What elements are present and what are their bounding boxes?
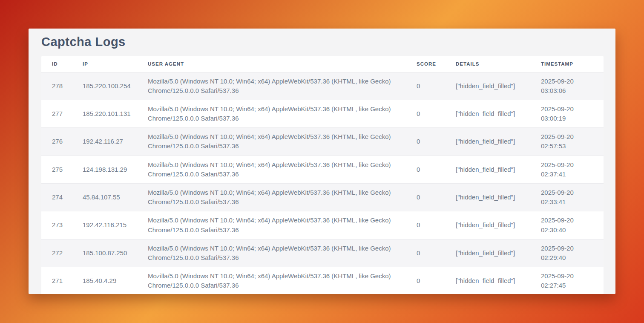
cell-score: 0 bbox=[406, 72, 445, 100]
cell-details: ["hidden_field_filled"] bbox=[445, 128, 530, 156]
cell-timestamp: 2025-09-20 03:00:19 bbox=[530, 100, 604, 127]
cell-score: 0 bbox=[406, 100, 445, 127]
cell-score: 0 bbox=[406, 211, 445, 239]
cell-user-agent: Mozilla/5.0 (Windows NT 10.0; Win64; x64… bbox=[137, 156, 406, 183]
cell-timestamp: 2025-09-20 02:37:41 bbox=[530, 156, 604, 183]
cell-details: ["hidden_field_filled"] bbox=[445, 267, 530, 294]
cell-user-agent: Mozilla/5.0 (Windows NT 10.0; Win64; x64… bbox=[137, 72, 406, 100]
card-header: Captcha Logs bbox=[29, 29, 615, 55]
table-row: 275 124.198.131.29 Mozilla/5.0 (Windows … bbox=[41, 156, 604, 183]
cell-details: ["hidden_field_filled"] bbox=[445, 156, 530, 183]
cell-ip: 124.198.131.29 bbox=[72, 156, 137, 183]
page-background: { "page": { "title": "Captcha Logs" }, "… bbox=[0, 0, 644, 323]
cell-details: ["hidden_field_filled"] bbox=[445, 184, 530, 211]
cell-ip: 45.84.107.55 bbox=[72, 184, 137, 211]
cell-id: 273 bbox=[41, 211, 72, 239]
column-header-id: ID bbox=[41, 56, 72, 72]
cell-score: 0 bbox=[406, 156, 445, 183]
table-row: 271 185.40.4.29 Mozilla/5.0 (Windows NT … bbox=[41, 267, 604, 294]
logs-table-panel[interactable]: ID IP USER AGENT SCORE DETAILS TIMESTAMP… bbox=[41, 56, 604, 294]
table-row: 276 192.42.116.27 Mozilla/5.0 (Windows N… bbox=[41, 128, 604, 156]
cell-user-agent: Mozilla/5.0 (Windows NT 10.0; Win64; x64… bbox=[137, 100, 406, 127]
table-row: 278 185.220.100.254 Mozilla/5.0 (Windows… bbox=[41, 72, 604, 100]
cell-timestamp: 2025-09-20 02:33:41 bbox=[530, 184, 604, 211]
cell-id: 275 bbox=[41, 156, 72, 183]
cell-id: 272 bbox=[41, 239, 72, 267]
cell-id: 274 bbox=[41, 184, 72, 211]
column-header-ip: IP bbox=[72, 56, 137, 72]
table-header: ID IP USER AGENT SCORE DETAILS TIMESTAMP bbox=[41, 56, 604, 72]
column-header-timestamp: TIMESTAMP bbox=[530, 56, 604, 72]
table-row: 274 45.84.107.55 Mozilla/5.0 (Windows NT… bbox=[41, 184, 604, 211]
cell-id: 277 bbox=[41, 100, 72, 127]
cell-user-agent: Mozilla/5.0 (Windows NT 10.0; Win64; x64… bbox=[137, 211, 406, 239]
cell-ip: 185.100.87.250 bbox=[72, 239, 137, 267]
cell-user-agent: Mozilla/5.0 (Windows NT 10.0; Win64; x64… bbox=[137, 267, 406, 294]
cell-timestamp: 2025-09-20 03:03:06 bbox=[530, 72, 604, 100]
table-body: 278 185.220.100.254 Mozilla/5.0 (Windows… bbox=[41, 72, 604, 294]
cell-details: ["hidden_field_filled"] bbox=[445, 72, 530, 100]
cell-user-agent: Mozilla/5.0 (Windows NT 10.0; Win64; x64… bbox=[137, 239, 406, 267]
cell-details: ["hidden_field_filled"] bbox=[445, 239, 530, 267]
captcha-logs-table: ID IP USER AGENT SCORE DETAILS TIMESTAMP… bbox=[41, 56, 604, 294]
column-header-user-agent: USER AGENT bbox=[137, 56, 406, 72]
cell-score: 0 bbox=[406, 239, 445, 267]
cell-details: ["hidden_field_filled"] bbox=[445, 211, 530, 239]
cell-id: 276 bbox=[41, 128, 72, 156]
cell-id: 271 bbox=[41, 267, 72, 294]
cell-user-agent: Mozilla/5.0 (Windows NT 10.0; Win64; x64… bbox=[137, 128, 406, 156]
cell-timestamp: 2025-09-20 02:57:53 bbox=[530, 128, 604, 156]
cell-ip: 185.220.101.131 bbox=[72, 100, 137, 127]
table-row: 277 185.220.101.131 Mozilla/5.0 (Windows… bbox=[41, 100, 604, 127]
cell-ip: 192.42.116.215 bbox=[72, 211, 137, 239]
cell-details: ["hidden_field_filled"] bbox=[445, 100, 530, 127]
cell-ip: 185.40.4.29 bbox=[72, 267, 137, 294]
cell-timestamp: 2025-09-20 02:30:40 bbox=[530, 211, 604, 239]
page-title: Captcha Logs bbox=[41, 35, 603, 49]
cell-ip: 185.220.100.254 bbox=[72, 72, 137, 100]
column-header-details: DETAILS bbox=[445, 56, 530, 72]
cell-score: 0 bbox=[406, 128, 445, 156]
cell-timestamp: 2025-09-20 02:29:40 bbox=[530, 239, 604, 267]
cell-score: 0 bbox=[406, 184, 445, 211]
cell-ip: 192.42.116.27 bbox=[72, 128, 137, 156]
table-row: 273 192.42.116.215 Mozilla/5.0 (Windows … bbox=[41, 211, 604, 239]
cell-user-agent: Mozilla/5.0 (Windows NT 10.0; Win64; x64… bbox=[137, 184, 406, 211]
cell-score: 0 bbox=[406, 267, 445, 294]
table-row: 272 185.100.87.250 Mozilla/5.0 (Windows … bbox=[41, 239, 604, 267]
cell-id: 278 bbox=[41, 72, 72, 100]
cell-timestamp: 2025-09-20 02:27:45 bbox=[530, 267, 604, 294]
column-header-score: SCORE bbox=[406, 56, 445, 72]
captcha-logs-card: Captcha Logs ID IP USER AGENT SCORE DETA… bbox=[29, 29, 615, 294]
